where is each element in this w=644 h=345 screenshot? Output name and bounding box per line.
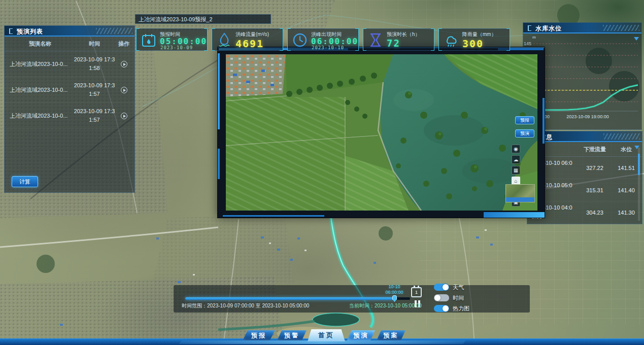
playback-timeline: 10-10 06:00:00 1 时间范围：2023-10-09 07:00:0… bbox=[174, 285, 530, 313]
frame-accent bbox=[218, 53, 220, 129]
frame-accent bbox=[484, 212, 545, 218]
time-range-label: 时间范围：2023-10-09 07:00:00 至 2023-10-10 05… bbox=[182, 302, 309, 309]
toggle-heatmap[interactable]: 热力图 bbox=[434, 304, 469, 313]
calculate-button[interactable]: 计算 bbox=[12, 176, 38, 187]
scenario-title-tab[interactable]: 上冶河流域2023-10-09预报_2 bbox=[135, 14, 271, 24]
nav-tab-rehearsal[interactable]: 预演 bbox=[347, 330, 375, 340]
svg-text:145: 145 bbox=[524, 41, 531, 46]
layer-toggles: 天气 时间 热力图 bbox=[434, 283, 469, 315]
stat-card-rainfall: 降雨量（mm） 300 bbox=[438, 28, 510, 51]
clock-icon bbox=[292, 32, 308, 48]
frame-accent bbox=[223, 215, 324, 217]
timeline-track[interactable]: 10-10 06:00:00 bbox=[185, 297, 410, 300]
col-action: 操作 bbox=[116, 40, 131, 48]
timeline-handle[interactable] bbox=[392, 295, 397, 302]
cloud-icon[interactable]: ☁ bbox=[512, 155, 520, 164]
toggle-weather[interactable]: 天气 bbox=[434, 283, 469, 291]
toggle-time[interactable]: 时间 bbox=[434, 294, 469, 302]
weather-switch[interactable] bbox=[434, 284, 449, 291]
calendar-icon[interactable]: ▦ bbox=[512, 166, 520, 175]
nav-tab-home[interactable]: 首页 bbox=[308, 329, 345, 341]
minimap[interactable] bbox=[505, 184, 535, 202]
frame-accent bbox=[218, 149, 220, 179]
rehearsal-row[interactable]: 上冶河流域2023-10-0... 2023-10-09 17:31:57 bbox=[5, 103, 134, 129]
play-icon[interactable] bbox=[121, 87, 127, 93]
col-time: 时间 bbox=[73, 40, 116, 48]
minimap-label-bar bbox=[506, 197, 534, 202]
play-icon[interactable] bbox=[121, 61, 127, 67]
rehearsal-list-header: 预演名称 时间 操作 bbox=[5, 37, 134, 51]
rain-icon bbox=[444, 32, 459, 48]
rehearsal-row[interactable]: 上冶河流域2023-10-0... 2023-10-09 17:31:57 bbox=[5, 77, 134, 103]
scrollbar-thumb[interactable] bbox=[638, 154, 640, 175]
svg-text:2023-10-09 19:00:00: 2023-10-09 19:00:00 bbox=[566, 114, 609, 119]
stat-card-forecast-time: 预报时间 05:00:00 2023-10-09 bbox=[136, 28, 208, 51]
heatmap-switch[interactable] bbox=[434, 305, 449, 312]
calendar-button[interactable]: 1 bbox=[411, 287, 422, 297]
nav-tab-plan[interactable]: 预案 bbox=[377, 330, 405, 340]
reservoir-level-title: 水库水位 bbox=[523, 23, 641, 33]
play-icon[interactable] bbox=[121, 113, 127, 119]
flood-simulation-viewer[interactable]: 预报 预演 ◉ ☁ ▦ ⌂ ▤ ▣ bbox=[217, 47, 545, 218]
scrollbar[interactable] bbox=[638, 148, 640, 221]
flood-scene-render bbox=[226, 54, 537, 211]
stat-card-peak-time: 洪峰出现时间 06:00:00 2023-10-10 bbox=[287, 28, 359, 51]
droplet-icon bbox=[217, 32, 232, 48]
stat-card-duration: 预演时长（h） 72 bbox=[363, 28, 434, 51]
3d-flood-scene[interactable]: 预报 预演 ◉ ☁ ▦ ⌂ ▤ ▣ bbox=[226, 54, 537, 211]
rehearsal-row[interactable]: 上冶河流域2023-10-0... 2023-10-09 17:31:58 bbox=[5, 51, 134, 77]
rehearsal-list-title: 预演列表 bbox=[5, 26, 134, 37]
bottom-nav: 预报 预警 首页 预演 预案 bbox=[0, 329, 644, 345]
svg-text:m: m bbox=[532, 35, 536, 40]
help-icon[interactable]: ◉ bbox=[512, 145, 520, 153]
current-time-label: 当前时间：2023-10-10 05:00:00 bbox=[349, 302, 422, 309]
rehearsal-list-panel: 预演列表 预演名称 时间 操作 上冶河流域2023-10-0... 2023-1… bbox=[4, 25, 135, 193]
timeline-fill bbox=[185, 297, 394, 300]
frame-accent bbox=[543, 98, 545, 144]
flood-dashboard: 预演列表 预演名称 时间 操作 上冶河流域2023-10-0... 2023-1… bbox=[0, 0, 644, 345]
nav-tab-warning[interactable]: 预警 bbox=[277, 330, 307, 340]
rehearsal-view-button[interactable]: 预演 bbox=[515, 129, 534, 137]
nav-tab-forecast[interactable]: 预报 bbox=[243, 330, 275, 340]
calendar-water-icon bbox=[141, 32, 156, 48]
col-name: 预演名称 bbox=[8, 40, 73, 48]
time-switch[interactable] bbox=[434, 294, 449, 301]
stat-card-peak-flow: 洪峰流量(m³/s) 4691 bbox=[212, 28, 283, 51]
forecast-view-button[interactable]: 预报 bbox=[515, 116, 534, 124]
timeline-tooltip: 10-10 06:00:00 bbox=[377, 284, 412, 296]
hourglass-icon bbox=[368, 32, 383, 48]
